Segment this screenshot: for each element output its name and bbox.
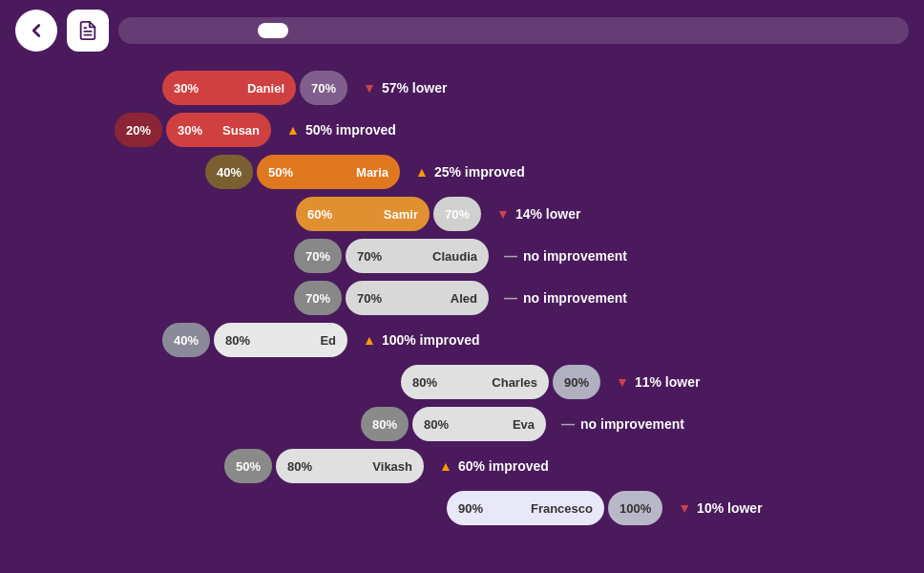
improvement-icon: ▼	[678, 500, 691, 516]
main-bar: 80% Vikash	[276, 449, 424, 483]
improvement-row: 20% 30% Susan ▲ 50% improved	[38, 113, 886, 147]
improvement-text: 100% improved	[382, 332, 480, 348]
improvement-row: 70% 70% Aled — no improvement	[38, 281, 886, 315]
bar-pct: 80%	[287, 459, 312, 474]
bar-name: Susan	[222, 123, 260, 138]
improvement-row: 40% 80% Ed ▲ 100% improved	[38, 323, 886, 357]
left-pct-pill: 50%	[224, 449, 272, 483]
improvement-row: 90% Francesco 100% ▼ 10% lower	[38, 491, 886, 525]
improvement-icon: ▲	[439, 458, 452, 474]
bar-name: Daniel	[247, 81, 284, 96]
improvement-label: ▼ 14% lower	[496, 206, 580, 222]
improvement-text: 50% improved	[305, 122, 396, 138]
improvement-icon: ▲	[286, 122, 300, 138]
improvement-label: — no improvement	[504, 290, 627, 306]
improvement-row: 70% 70% Claudia — no improvement	[38, 239, 886, 273]
improvement-label: ▲ 100% improved	[363, 332, 480, 348]
main-bar: 80% Charles	[401, 365, 549, 399]
improvement-text: 10% lower	[697, 500, 762, 516]
header	[0, 0, 924, 61]
bar-pct: 70%	[357, 249, 382, 264]
improvement-label: ▲ 50% improved	[286, 122, 396, 138]
improvement-icon: ▼	[363, 80, 376, 96]
improvement-label: ▼ 11% lower	[616, 374, 700, 390]
improvement-icon: ▲	[415, 164, 429, 180]
bar-name: Ed	[320, 333, 336, 348]
bar-name: Samir	[384, 207, 418, 222]
bar-name: Charles	[492, 375, 537, 390]
left-pct-pill: 70%	[294, 281, 342, 315]
left-pct-pill: 40%	[205, 155, 253, 189]
back-button[interactable]	[15, 10, 57, 52]
left-pct-pill: 70%	[294, 239, 342, 273]
nav-item-who-needs-help[interactable]	[160, 23, 191, 38]
main-bar: 90% Francesco	[447, 491, 604, 525]
nav-item-export[interactable]	[290, 23, 321, 38]
bar-pct: 30%	[174, 81, 199, 96]
improvement-icon: ▼	[496, 206, 510, 222]
improvement-label: — no improvement	[504, 248, 627, 264]
improvement-text: 14% lower	[515, 206, 580, 222]
improvement-label: ▲ 60% improved	[439, 458, 549, 474]
main-bar: 80% Ed	[214, 323, 347, 357]
improvement-icon: ▲	[363, 332, 376, 348]
main-content: 30% Daniel 70% ▼ 57% lower 20% 30% Susan…	[0, 61, 924, 542]
improvement-text: 57% lower	[382, 80, 447, 96]
improvement-label: ▼ 57% lower	[363, 80, 447, 96]
left-pct-pill: 80%	[361, 407, 409, 441]
improvement-label: — no improvement	[561, 416, 684, 432]
bar-pct: 70%	[357, 291, 382, 306]
left-pct-pill: 40%	[162, 323, 210, 357]
bar-name: Vikash	[372, 459, 412, 474]
improvement-row: 40% 50% Maria ▲ 25% improved	[38, 155, 886, 189]
improvement-row: 80% Charles 90% ▼ 11% lower	[38, 365, 886, 399]
main-bar: 30% Daniel	[162, 71, 296, 105]
bar-pct: 90%	[458, 501, 483, 516]
main-bar: 30% Susan	[166, 113, 271, 147]
bar-pct: 30%	[178, 123, 202, 138]
improvement-icon: ▼	[616, 374, 629, 390]
main-bar: 80% Eva	[412, 407, 546, 441]
nav-item-spreadsheet[interactable]	[225, 23, 256, 38]
improvement-row: 50% 80% Vikash ▲ 60% improved	[38, 449, 886, 483]
nav-item-what-we-need-help-with[interactable]	[193, 23, 223, 38]
bar-name: Maria	[356, 165, 388, 180]
main-bar: 60% Samir	[296, 197, 430, 231]
right-pct-pill: 100%	[608, 491, 662, 525]
nav-item-improvements[interactable]	[258, 23, 288, 38]
bar-name: Francesco	[531, 501, 593, 516]
right-pct-pill: 90%	[553, 365, 600, 399]
right-pct-pill: 70%	[433, 197, 481, 231]
improvement-text: 60% improved	[458, 458, 549, 474]
main-bar: 70% Claudia	[346, 239, 489, 273]
bar-pct: 60%	[307, 207, 332, 222]
bar-name: Eva	[513, 417, 535, 432]
bar-name: Claudia	[432, 249, 477, 264]
improvement-label: ▲ 25% improved	[415, 164, 525, 180]
improvement-icon: —	[504, 290, 517, 306]
improvement-text: no improvement	[523, 248, 627, 264]
improvement-row: 30% Daniel 70% ▼ 57% lower	[38, 71, 886, 105]
bar-pct: 80%	[424, 417, 449, 432]
improvement-row: 60% Samir 70% ▼ 14% lower	[38, 197, 886, 231]
left-pct-pill: 20%	[115, 113, 162, 147]
bar-pct: 80%	[412, 375, 437, 390]
improvement-label: ▼ 10% lower	[678, 500, 762, 516]
improvement-text: 25% improved	[434, 164, 525, 180]
right-pct-pill: 70%	[300, 71, 347, 105]
doc-button[interactable]	[67, 10, 109, 52]
bar-pct: 50%	[268, 165, 293, 180]
improvement-text: no improvement	[580, 416, 684, 432]
main-bar: 50% Maria	[257, 155, 400, 189]
improvement-icon: —	[504, 248, 517, 264]
improvement-row: 80% 80% Eva — no improvement	[38, 407, 886, 441]
nav-item-live-game[interactable]	[128, 23, 158, 38]
nav-pill	[118, 17, 909, 44]
improvement-text: 11% lower	[635, 374, 700, 390]
improvement-icon: —	[561, 416, 575, 432]
main-bar: 70% Aled	[346, 281, 489, 315]
bar-name: Aled	[451, 291, 477, 306]
improvement-text: no improvement	[523, 290, 627, 306]
bar-pct: 80%	[225, 333, 250, 348]
